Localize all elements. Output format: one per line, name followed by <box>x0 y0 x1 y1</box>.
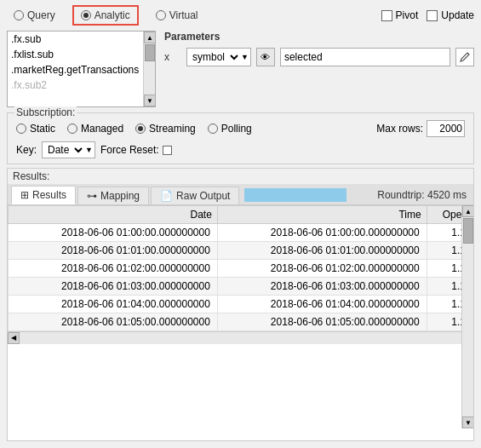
table-cell: 2018-06-06 01:03:00.000000000 <box>217 278 427 296</box>
mapping-icon: ⊶ <box>87 190 97 202</box>
list-box[interactable]: .fx.sub .fxlist.sub .marketReg.getTransa… <box>7 31 156 107</box>
update-checkbox[interactable] <box>427 10 438 21</box>
edit-icon[interactable] <box>455 48 474 66</box>
key-select[interactable]: Date <box>43 142 85 158</box>
raw-output-tab-label: Raw Output <box>176 190 230 202</box>
list-item-2[interactable]: .marketReg.getTransactions <box>8 62 155 78</box>
static-radio <box>16 123 26 134</box>
params-panel: Parameters x symbol ▼ 👁 selected <box>164 31 474 107</box>
table-cell: 2018-06-06 01:04:00.000000000 <box>9 296 218 313</box>
streaming-radio <box>135 123 146 134</box>
analytic-label: Analytic <box>94 9 130 21</box>
max-rows-section: Max rows: <box>376 120 465 137</box>
force-reset: Force Reset: <box>100 144 172 156</box>
results-label: Results: <box>8 169 473 184</box>
left-panel: .fx.sub .fxlist.sub .marketReg.getTransa… <box>7 31 156 107</box>
list-box-inner[interactable]: .fx.sub .fxlist.sub .marketReg.getTransa… <box>8 32 155 106</box>
analytic-radio <box>81 10 91 20</box>
tab-query[interactable]: Query <box>7 7 62 24</box>
subscription-label: Subscription: <box>14 106 77 118</box>
table-cell: 2018-06-06 01:05:00.000000000 <box>9 313 218 331</box>
bottom-scrollbar: ◀ ▶ <box>8 331 473 343</box>
table-row[interactable]: 2018-06-06 01:05:00.0000000002018-06-06 … <box>9 313 473 331</box>
file-icon: 📄 <box>160 190 173 202</box>
v-scroll-track <box>462 217 473 416</box>
table-row[interactable]: 2018-06-06 01:04:00.0000000002018-06-06 … <box>9 296 473 313</box>
sub-managed[interactable]: Managed <box>67 123 123 135</box>
h-scroll-track <box>20 332 461 344</box>
results-section: Results: ⊞ Results ⊶ Mapping 📄 Raw Outpu… <box>7 168 474 441</box>
tab-mapping[interactable]: ⊶ Mapping <box>77 187 149 204</box>
h-scroll-left[interactable]: ◀ <box>8 332 20 344</box>
param-dropdown[interactable]: symbol ▼ <box>186 48 251 66</box>
scroll-thumb[interactable] <box>145 44 155 61</box>
mapping-tab-label: Mapping <box>100 190 140 202</box>
table-cell: 2018-06-06 01:05:00.000000000 <box>217 313 427 331</box>
table-cell: 2018-06-06 01:02:00.000000000 <box>9 260 218 278</box>
results-table-container: Date Time Open 2018-06-06 01:00:00.00000… <box>8 205 473 440</box>
force-reset-checkbox[interactable] <box>163 146 172 155</box>
param-select[interactable]: symbol <box>187 49 241 66</box>
scroll-up-btn[interactable]: ▲ <box>462 205 473 217</box>
scroll-down-arrow[interactable]: ▼ <box>144 95 156 106</box>
tab-virtual[interactable]: Virtual <box>149 7 205 24</box>
param-x-label: x <box>164 51 181 63</box>
scroll-down-btn[interactable]: ▼ <box>462 416 473 428</box>
tab-results[interactable]: ⊞ Results <box>11 186 76 204</box>
table-row[interactable]: 2018-06-06 01:00:00.0000000002018-06-06 … <box>9 224 473 242</box>
polling-label: Polling <box>221 123 252 135</box>
top-tabs: Query Analytic Virtual Pivot Update <box>0 0 481 26</box>
polling-radio <box>208 123 218 134</box>
list-item-3[interactable]: .fx.sub2 <box>8 78 155 93</box>
key-row: Key: Date ▼ Force Reset: <box>16 141 465 158</box>
query-radio <box>14 10 24 20</box>
list-scrollbar: ▲ ▼ <box>143 32 155 106</box>
subscription-section: Subscription: Static Managed Results: St… <box>7 112 474 164</box>
param-value-text: selected <box>280 48 450 66</box>
managed-label: Managed <box>81 123 123 135</box>
eye-icon[interactable]: 👁 <box>256 48 275 66</box>
table-row[interactable]: 2018-06-06 01:03:00.0000000002018-06-06 … <box>9 278 473 296</box>
virtual-radio <box>156 10 166 20</box>
sub-polling[interactable]: Polling <box>208 123 252 135</box>
list-item-0[interactable]: .fx.sub <box>8 32 155 47</box>
right-scrollbar: ▲ ▼ <box>461 205 473 428</box>
update-checkbox-item[interactable]: Update <box>427 9 474 21</box>
static-label: Static <box>30 123 55 135</box>
middle-section: .fx.sub .fxlist.sub .marketReg.getTransa… <box>0 26 481 112</box>
table-cell: 2018-06-06 01:00:00.000000000 <box>217 224 427 242</box>
v-scroll-thumb[interactable] <box>463 218 473 244</box>
scroll-track <box>144 43 155 95</box>
pivot-label: Pivot <box>396 9 419 21</box>
tab-analytic[interactable]: Analytic <box>72 5 139 26</box>
roundtrip-label: Roundtrip: 4520 ms <box>377 189 470 201</box>
col-date: Date <box>9 206 218 224</box>
pivot-checkbox-item[interactable]: Pivot <box>381 9 419 21</box>
sub-static[interactable]: Static <box>16 123 55 135</box>
right-tabs: Pivot Update <box>381 9 474 21</box>
managed-radio <box>67 123 77 134</box>
key-dropdown[interactable]: Date ▼ <box>42 141 95 158</box>
table-row[interactable]: 2018-06-06 01:02:00.0000000002018-06-06 … <box>9 260 473 278</box>
update-label: Update <box>441 9 474 21</box>
results-table: Date Time Open 2018-06-06 01:00:00.00000… <box>8 205 473 331</box>
params-title: Parameters <box>164 31 474 43</box>
list-item-1[interactable]: .fxlist.sub <box>8 47 155 62</box>
streaming-text: Streaming <box>149 123 196 135</box>
sub-streaming[interactable]: Results: Streaming <box>135 123 196 135</box>
table-cell: 2018-06-06 01:04:00.000000000 <box>217 296 427 313</box>
results-tabs: ⊞ Results ⊶ Mapping 📄 Raw Output Roundtr… <box>8 184 473 205</box>
pivot-checkbox[interactable] <box>381 10 392 21</box>
table-cell: 2018-06-06 01:01:00.000000000 <box>9 242 218 260</box>
query-label: Query <box>27 9 55 21</box>
pencil-icon <box>460 52 470 62</box>
tab-raw-output[interactable]: 📄 Raw Output <box>151 187 239 204</box>
table-row[interactable]: 2018-06-06 01:01:00.0000000002018-06-06 … <box>9 242 473 260</box>
max-rows-label: Max rows: <box>376 123 423 135</box>
scroll-up-arrow[interactable]: ▲ <box>144 32 156 43</box>
max-rows-input[interactable] <box>427 120 465 137</box>
param-row-x: x symbol ▼ 👁 selected <box>164 48 474 66</box>
table-icon: ⊞ <box>20 189 29 201</box>
virtual-label: Virtual <box>169 9 198 21</box>
table-cell: 2018-06-06 01:00:00.000000000 <box>9 224 218 242</box>
